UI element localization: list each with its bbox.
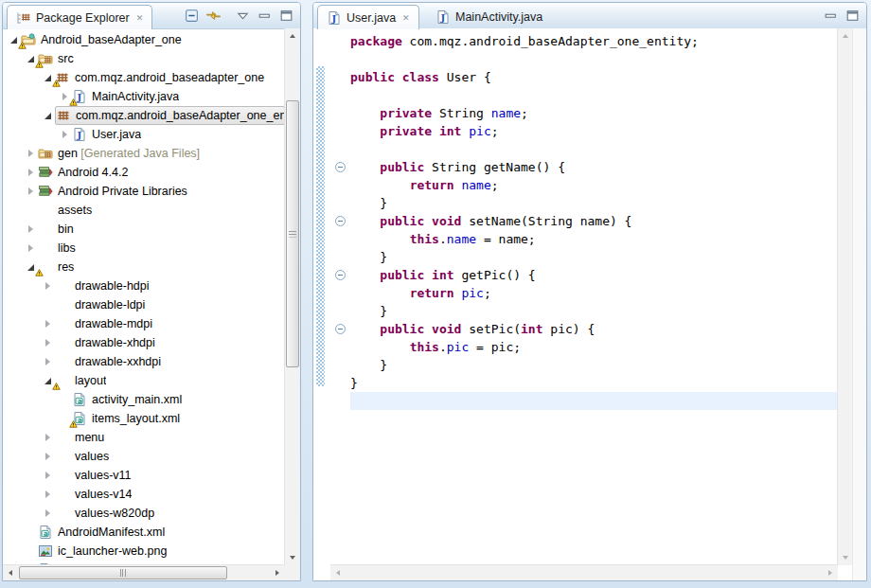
tree-item[interactable]: Android Private Libraries: [3, 182, 285, 201]
expand-arrow-icon[interactable]: [41, 428, 55, 447]
tree-item[interactable]: values-v11: [3, 466, 285, 485]
code-editor[interactable]: package com.mqz.android_baseAdapter_one_…: [350, 28, 838, 565]
tree-item[interactable]: Android 4.4.2: [3, 163, 285, 182]
tree-item[interactable]: gen [Generated Java Files]: [3, 144, 285, 163]
package-icon: [55, 70, 70, 85]
tree-item[interactable]: bin: [3, 220, 285, 239]
tree-item[interactable]: assets: [3, 201, 285, 220]
tree-item[interactable]: drawable-ldpi: [3, 295, 285, 314]
tree-vertical-scrollbar[interactable]: [284, 28, 300, 565]
tree-item[interactable]: JMainActivity.java: [3, 87, 285, 106]
expand-arrow-icon[interactable]: [58, 125, 72, 144]
code-line: return name;: [350, 176, 838, 194]
scrollbar-up-arrow[interactable]: [838, 28, 853, 44]
editor-tabbar: JUser.java✕JMainActivity.java: [313, 3, 866, 29]
folder-icon: [55, 278, 70, 294]
tree-item[interactable]: layout: [3, 371, 285, 390]
tree-item[interactable]: res: [3, 258, 285, 276]
tree-item[interactable]: drawable-xhdpi: [3, 333, 285, 352]
tree-item[interactable]: JUser.java: [3, 125, 285, 144]
fold-collapse-marker[interactable]: [335, 162, 346, 172]
tree-item-label: drawable-xhdpi: [75, 336, 155, 349]
collapse-all-icon[interactable]: [184, 8, 200, 24]
code-line: package com.mqz.android_baseAdapter_one_…: [350, 32, 838, 50]
expand-arrow-icon[interactable]: [41, 352, 55, 371]
maximize-icon[interactable]: [844, 8, 861, 24]
close-icon[interactable]: ✕: [400, 13, 410, 23]
tree-item[interactable]: values-v14: [3, 485, 285, 504]
tree-item[interactable]: drawable-xxhdpi: [3, 352, 285, 371]
expand-arrow-icon[interactable]: [41, 466, 55, 485]
tree-item[interactable]: aactivity_main.xml: [3, 390, 285, 409]
warning-overlay-icon: [52, 382, 61, 390]
code-line: [350, 86, 838, 104]
expand-arrow-icon[interactable]: [24, 182, 38, 201]
tree-item[interactable]: com.mqz.android_baseAdapter_one_entity: [3, 106, 285, 125]
tree-item[interactable]: drawable-mdpi: [3, 314, 285, 333]
scrollbar-down-arrow[interactable]: [285, 550, 300, 565]
tree-item[interactable]: aAndroidManifest.xml: [3, 523, 285, 542]
expand-arrow-icon[interactable]: [24, 220, 38, 239]
annotation-ruler[interactable]: [313, 28, 330, 565]
link-with-editor-icon[interactable]: [205, 8, 222, 24]
tree-item[interactable]: drawable-hdpi: [3, 276, 285, 295]
scrollbar-down-arrow[interactable]: [838, 550, 853, 565]
view-menu-icon[interactable]: [235, 8, 251, 24]
folder-icon: [55, 487, 70, 502]
tree-horizontal-scrollbar[interactable]: [3, 564, 285, 580]
expand-arrow-icon[interactable]: [41, 314, 55, 333]
scrollbar-thumb[interactable]: [19, 566, 227, 579]
folder-icon: [55, 354, 70, 369]
tree-item[interactable]: Android_baseAdapter_one: [3, 30, 285, 49]
tree-item-body: res: [38, 258, 285, 276]
folder-icon: [55, 316, 70, 331]
fold-collapse-marker[interactable]: [335, 324, 346, 334]
tab-mainactivity-java[interactable]: JMainActivity.java: [427, 5, 551, 28]
tree-item[interactable]: values: [3, 447, 285, 466]
tree-item[interactable]: libs: [3, 239, 285, 258]
scrollbar-left-arrow[interactable]: [3, 565, 18, 580]
scrollbar-right-arrow[interactable]: [823, 565, 838, 580]
tree-item-label: gen [Generated Java Files]: [58, 147, 200, 160]
expand-arrow-icon[interactable]: [24, 163, 38, 182]
tree-item[interactable]: menu: [3, 428, 285, 447]
project-tree[interactable]: Android_baseAdapter_onesrccom.mqz.androi…: [3, 28, 285, 565]
tab-package-explorer[interactable]: Package Explorer ✕: [7, 5, 152, 29]
tree-item-body: values: [55, 448, 285, 465]
tree-item[interactable]: com.mqz.android_baseadapter_one: [3, 68, 285, 87]
expand-arrow-icon[interactable]: [41, 276, 55, 295]
expand-arrow-icon[interactable]: [41, 485, 55, 504]
scrollbar-right-arrow[interactable]: [270, 565, 285, 580]
tree-item-body: drawable-mdpi: [55, 315, 285, 332]
folder-icon: [55, 506, 70, 521]
close-icon[interactable]: ✕: [134, 13, 144, 23]
tab-user-java[interactable]: JUser.java✕: [317, 5, 419, 29]
tree-item[interactable]: ic_launcher-web.png: [3, 542, 285, 561]
expand-arrow-icon[interactable]: [41, 504, 55, 523]
folding-ruler[interactable]: [330, 28, 350, 565]
expand-arrow-icon[interactable]: [24, 144, 38, 163]
expand-arrow-icon[interactable]: [24, 239, 38, 258]
tree-item-body: ic_launcher-web.png: [38, 543, 285, 560]
code-line-current: [350, 392, 838, 410]
scrollbar-thumb[interactable]: [286, 100, 299, 367]
tree-item-body: drawable-xhdpi: [55, 334, 285, 351]
expand-arrow-icon[interactable]: [41, 333, 55, 352]
scrollbar-left-arrow[interactable]: [330, 565, 346, 580]
expand-arrow-icon[interactable]: [41, 447, 55, 466]
tree-item[interactable]: aitems_layout.xml: [3, 409, 285, 428]
editor-vertical-scrollbar[interactable]: [837, 28, 853, 565]
editor-horizontal-scrollbar[interactable]: [330, 564, 838, 580]
overview-ruler[interactable]: [852, 28, 866, 580]
minimize-icon[interactable]: [823, 8, 839, 24]
scrollbar-up-arrow[interactable]: [285, 28, 300, 44]
maximize-icon[interactable]: [278, 8, 294, 24]
fold-collapse-marker[interactable]: [335, 216, 346, 226]
fold-collapse-marker[interactable]: [335, 270, 346, 280]
tree-item[interactable]: src: [3, 49, 285, 68]
tree-item-label: values-w820dp: [75, 507, 154, 520]
collapse-arrow-icon[interactable]: [41, 106, 55, 125]
tree-item[interactable]: values-w820dp: [3, 504, 285, 523]
minimize-icon[interactable]: [257, 8, 273, 24]
tree-item-body: layout: [55, 372, 285, 389]
